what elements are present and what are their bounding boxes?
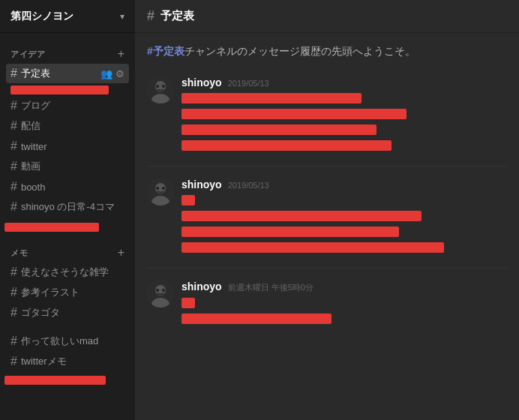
channel-name: 使えなさそうな雑学: [21, 266, 109, 279]
message-line: [182, 311, 507, 325]
channel-name: ゴタゴタ: [21, 306, 60, 320]
hash-icon: #: [10, 355, 17, 368]
channel-item-動画[interactable]: # 動画: [6, 157, 129, 176]
channel-item-ゴタゴタ[interactable]: # ゴタゴタ: [6, 303, 129, 322]
hash-icon: #: [10, 334, 17, 348]
add-channel-icon[interactable]: +: [118, 247, 124, 259]
avatar-3: [147, 280, 174, 308]
svg-point-10: [162, 187, 165, 190]
category-header-メモ[interactable]: メモ +: [6, 244, 129, 262]
message-line: [182, 138, 507, 152]
hash-icon: #: [10, 266, 17, 279]
message-group-3: shinoyo 前週木曜日 午後5時0分: [147, 278, 507, 327]
hash-icon: #: [10, 180, 17, 194]
message-line: [182, 91, 507, 104]
avatar-1: [147, 76, 174, 104]
message-author: shinoyo: [182, 178, 222, 190]
redacted-content: [182, 140, 392, 151]
welcome-text: #予定表チャンネルのメッセージ履歴の先頭へようこそ。: [147, 45, 507, 58]
channel-name: 予定表: [21, 67, 50, 80]
channel-actions: 👥 ⚙: [100, 68, 124, 80]
message-group-2: shinoyo 2019/05/13: [147, 176, 507, 256]
message-content-2: shinoyo 2019/05/13: [182, 178, 507, 256]
category-メモ: メモ + # 使えなさそうな雑学 # 参考イラスト # ゴタゴタ: [0, 244, 135, 322]
category-アイデア: アイデア + # 予定表 👥 ⚙ # ブログ # 配信 #: [0, 45, 135, 217]
server-name: 第四シノヨン: [10, 10, 74, 23]
message-timestamp: 2019/05/13: [228, 79, 269, 88]
members-icon[interactable]: 👥: [100, 68, 112, 80]
channel-item-4koma[interactable]: # shinoyo の日常-4コマ: [6, 197, 129, 217]
hash-icon: #: [10, 200, 17, 214]
message-line: [182, 224, 507, 238]
messages-area[interactable]: #予定表チャンネルのメッセージ履歴の先頭へようこそ。 shinoyo: [135, 33, 519, 420]
hash-icon: #: [10, 286, 17, 299]
channel-name: shinoyo の日常-4コマ: [21, 200, 115, 214]
redacted-content: [182, 109, 406, 119]
message-timestamp: 2019/05/13: [228, 181, 269, 190]
hash-icon: #: [10, 99, 17, 112]
sidebar: 第四シノヨン ▾ アイデア + # 予定表 👥 ⚙ # ブログ: [0, 0, 135, 420]
sidebar-channels: アイデア + # 予定表 👥 ⚙ # ブログ # 配信 #: [0, 33, 135, 420]
channel-item-booth[interactable]: # booth: [6, 177, 129, 196]
channel-title: 予定表: [160, 9, 194, 23]
redacted-bar-2: [4, 223, 99, 232]
redacted-content: [182, 226, 399, 237]
message-content-3: shinoyo 前週木曜日 午後5時0分: [182, 280, 507, 327]
add-channel-icon[interactable]: +: [118, 48, 124, 60]
channel-item-ブログ[interactable]: # ブログ: [6, 96, 129, 116]
channel-name: 配信: [21, 119, 40, 133]
hash-icon: #: [10, 119, 17, 133]
channel-item-予定表[interactable]: # 予定表 👥 ⚙: [6, 64, 129, 83]
svg-point-4: [162, 85, 165, 88]
channel-name: 参考イラスト: [21, 286, 80, 299]
channel-item-作ってほしいmad[interactable]: # 作って欲しいmad: [6, 332, 129, 351]
hash-icon: #: [10, 306, 17, 320]
redacted-content: [182, 211, 422, 221]
channel-welcome: #予定表チャンネルのメッセージ履歴の先頭へようこそ。: [147, 45, 507, 58]
message-author: shinoyo: [182, 280, 222, 292]
message-header-1: shinoyo 2019/05/13: [182, 76, 507, 88]
channel-name: booth: [21, 182, 46, 193]
hash-icon: #: [10, 140, 17, 153]
svg-point-14: [156, 289, 159, 292]
channel-item-配信[interactable]: # 配信: [6, 116, 129, 136]
avatar-2: [147, 178, 174, 206]
channel-name: ブログ: [21, 99, 50, 112]
hash-icon: #: [147, 8, 154, 24]
channel-item-twitterメモ[interactable]: # twitterメモ: [6, 352, 129, 371]
hash-icon: #: [10, 160, 17, 173]
channel-item-雑学[interactable]: # 使えなさそうな雑学: [6, 262, 129, 282]
message-header-3: shinoyo 前週木曜日 午後5時0分: [182, 280, 507, 293]
message-divider: [147, 166, 507, 166]
server-header[interactable]: 第四シノヨン ▾: [0, 0, 135, 33]
redacted-content: [182, 93, 362, 104]
message-author: shinoyo: [182, 76, 222, 88]
message-divider: [147, 268, 507, 268]
svg-point-9: [156, 187, 159, 190]
message-line: [182, 122, 507, 136]
gear-icon[interactable]: ⚙: [116, 68, 124, 80]
chevron-down-icon: ▾: [120, 11, 124, 22]
channel-name: twitter: [21, 141, 47, 152]
category-header-アイデア[interactable]: アイデア +: [6, 45, 129, 63]
svg-point-15: [162, 289, 165, 292]
channel-item-参考イラスト[interactable]: # 参考イラスト: [6, 283, 129, 302]
channel-name: 動画: [21, 160, 40, 173]
category-label: アイデア: [10, 49, 45, 60]
channel-name: 作って欲しいmad: [21, 334, 98, 348]
hash-icon: #: [10, 67, 17, 80]
message-header-2: shinoyo 2019/05/13: [182, 178, 507, 190]
message-line: [182, 296, 507, 309]
message-line: [182, 193, 507, 206]
message-line: [182, 106, 507, 120]
channel-header: # 予定表: [135, 0, 519, 33]
message-timestamp: 前週木曜日 午後5時0分: [228, 282, 314, 293]
message-content-1: shinoyo 2019/05/13: [182, 76, 507, 154]
main-content: # 予定表 #予定表チャンネルのメッセージ履歴の先頭へようこそ。: [135, 0, 519, 420]
redacted-bar-1: [10, 86, 109, 94]
redacted-bar-3: [4, 376, 106, 385]
redacted-content: [182, 298, 195, 308]
category-label: メモ: [10, 248, 28, 259]
channel-item-twitter[interactable]: # twitter: [6, 136, 129, 156]
redacted-content: [182, 314, 332, 324]
